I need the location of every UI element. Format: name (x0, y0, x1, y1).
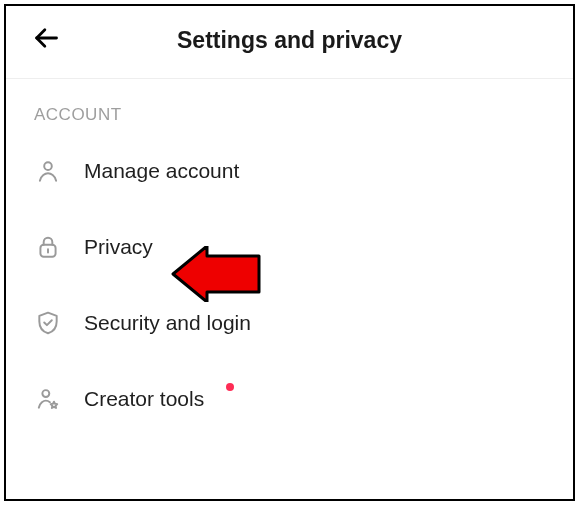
svg-point-4 (42, 390, 49, 397)
menu-item-label: Creator tools (84, 387, 204, 411)
person-star-icon (34, 385, 62, 413)
person-icon (34, 157, 62, 185)
arrow-left-icon (32, 24, 60, 56)
menu-item-label: Privacy (84, 235, 153, 259)
page-title: Settings and privacy (177, 27, 402, 54)
header-bar: Settings and privacy (6, 6, 573, 78)
menu-item-security-login[interactable]: Security and login (22, 285, 557, 361)
menu-item-manage-account[interactable]: Manage account (22, 133, 557, 209)
settings-screen: Settings and privacy ACCOUNT Manage acco… (4, 4, 575, 501)
menu-item-label: Security and login (84, 311, 251, 335)
menu-item-label: Manage account (84, 159, 239, 183)
notification-dot-icon (226, 383, 234, 391)
account-menu: Manage account Privacy Security and logi… (6, 133, 573, 437)
svg-point-1 (44, 162, 52, 170)
lock-icon (34, 233, 62, 261)
menu-item-privacy[interactable]: Privacy (22, 209, 557, 285)
menu-item-creator-tools[interactable]: Creator tools (22, 361, 557, 437)
shield-check-icon (34, 309, 62, 337)
back-button[interactable] (30, 24, 62, 56)
section-header-account: ACCOUNT (6, 79, 573, 133)
